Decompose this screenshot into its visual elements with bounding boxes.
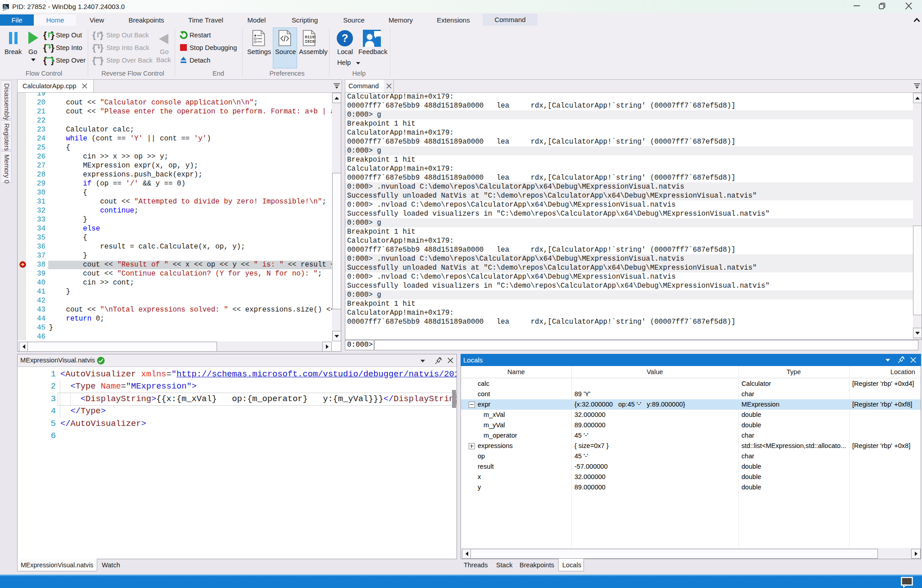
svg-text:{: {: [92, 55, 96, 65]
svg-text:I0I0I: I0I0I: [305, 40, 316, 44]
svg-text:}: }: [100, 43, 104, 53]
svg-text:}: }: [51, 43, 54, 53]
svg-text:{: {: [43, 55, 47, 65]
svg-text:{: {: [92, 30, 96, 40]
svg-text:?: ?: [342, 32, 348, 44]
svg-text:}: }: [51, 30, 54, 40]
svg-text:}: }: [100, 30, 104, 40]
svg-text:{: {: [43, 30, 47, 40]
svg-text:0110I: 0110I: [305, 35, 316, 40]
